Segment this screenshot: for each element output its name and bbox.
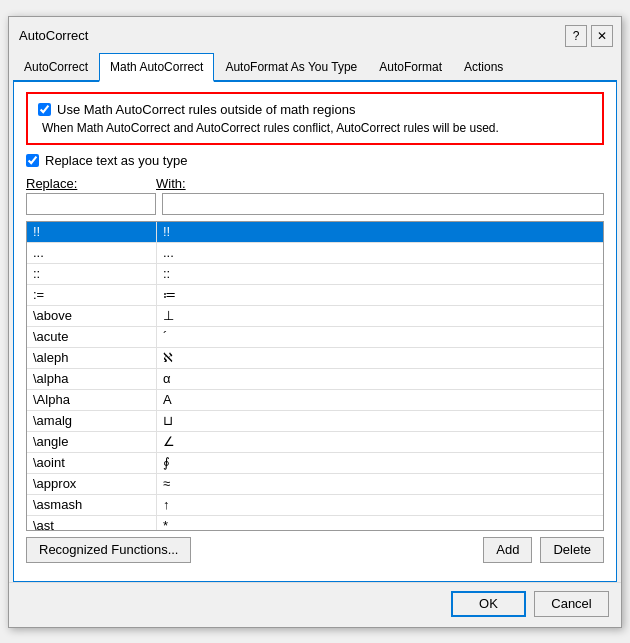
tab-content: Use Math AutoCorrect rules outside of ma… [13, 82, 617, 582]
footer: OK Cancel [9, 582, 621, 627]
highlight-note: When Math AutoCorrect and AutoCorrect ru… [38, 121, 592, 135]
replace-table-scroll[interactable]: !!!!......:::::=≔\above⊥\acute´\alephℵ\a… [27, 222, 603, 530]
ok-button[interactable]: OK [451, 591, 526, 617]
table-row[interactable]: \amalg⊔ [27, 411, 603, 432]
table-row[interactable]: !!!! [27, 222, 603, 243]
table-row[interactable]: \approx≈ [27, 474, 603, 495]
with-cell: ⊥ [157, 306, 603, 327]
with-cell: ℵ [157, 348, 603, 369]
replace-input[interactable] [26, 193, 156, 215]
replace-cell: \aleph [27, 348, 157, 369]
replace-header: Replace: [26, 176, 156, 191]
with-cell: α [157, 369, 603, 390]
table-row[interactable]: :=≔ [27, 285, 603, 306]
table-row[interactable]: \alephℵ [27, 348, 603, 369]
add-button[interactable]: Add [483, 537, 532, 563]
table-row[interactable]: ...... [27, 243, 603, 264]
with-cell: ... [157, 243, 603, 264]
table-row[interactable]: \above⊥ [27, 306, 603, 327]
replace-cell: := [27, 285, 157, 306]
help-button[interactable]: ? [565, 25, 587, 47]
table-row[interactable]: \ast* [27, 516, 603, 530]
column-headers: Replace: With: [26, 176, 604, 191]
table-row[interactable]: \alphaα [27, 369, 603, 390]
table-row[interactable]: \acute´ [27, 327, 603, 348]
replace-cell: \asmash [27, 495, 157, 516]
with-cell: :: [157, 264, 603, 285]
table-row[interactable]: \asmash↑ [27, 495, 603, 516]
replace-table-container: !!!!......:::::=≔\above⊥\acute´\alephℵ\a… [26, 221, 604, 531]
tabs: AutoCorrect Math AutoCorrect AutoFormat … [13, 53, 617, 82]
cancel-button[interactable]: Cancel [534, 591, 609, 617]
replace-text-checkbox[interactable] [26, 154, 39, 167]
table-row[interactable]: :::: [27, 264, 603, 285]
replace-cell: ... [27, 243, 157, 264]
use-math-autocorrect-checkbox[interactable] [38, 103, 51, 116]
tab-math-autocorrect[interactable]: Math AutoCorrect [99, 53, 214, 82]
replace-text-row: Replace text as you type [26, 153, 604, 168]
delete-button[interactable]: Delete [540, 537, 604, 563]
replace-cell: \angle [27, 432, 157, 453]
replace-cell: \aoint [27, 453, 157, 474]
replace-table: !!!!......:::::=≔\above⊥\acute´\alephℵ\a… [27, 222, 603, 530]
replace-cell: \acute [27, 327, 157, 348]
with-cell: ↑ [157, 495, 603, 516]
close-button[interactable]: ✕ [591, 25, 613, 47]
replace-cell: !! [27, 222, 157, 243]
tab-autoformat[interactable]: AutoFormat [368, 53, 453, 80]
with-cell: ≔ [157, 285, 603, 306]
with-cell: ´ [157, 327, 603, 348]
tab-autoformat-as-you-type[interactable]: AutoFormat As You Type [214, 53, 368, 80]
with-cell: A [157, 390, 603, 411]
title-bar: AutoCorrect ? ✕ [9, 17, 621, 49]
title-bar-buttons: ? ✕ [565, 25, 613, 47]
with-cell: * [157, 516, 603, 530]
replace-cell: \approx [27, 474, 157, 495]
action-buttons-row: Recognized Functions... Add Delete [26, 537, 604, 563]
use-math-autocorrect-label: Use Math AutoCorrect rules outside of ma… [57, 102, 355, 117]
with-cell: ∮ [157, 453, 603, 474]
replace-cell: :: [27, 264, 157, 285]
with-header: With: [156, 176, 186, 191]
autocorrect-dialog: AutoCorrect ? ✕ AutoCorrect Math AutoCor… [8, 16, 622, 628]
replace-cell: \Alpha [27, 390, 157, 411]
recognized-functions-button[interactable]: Recognized Functions... [26, 537, 191, 563]
tab-autocorrect[interactable]: AutoCorrect [13, 53, 99, 80]
tab-actions[interactable]: Actions [453, 53, 514, 80]
with-cell: ∠ [157, 432, 603, 453]
table-row[interactable]: \aoint∮ [27, 453, 603, 474]
highlight-box: Use Math AutoCorrect rules outside of ma… [26, 92, 604, 145]
input-row [26, 193, 604, 215]
replace-cell: \above [27, 306, 157, 327]
with-input[interactable] [162, 193, 604, 215]
table-row[interactable]: \AlphaA [27, 390, 603, 411]
replace-cell: \alpha [27, 369, 157, 390]
with-cell: ≈ [157, 474, 603, 495]
replace-cell: \amalg [27, 411, 157, 432]
table-row[interactable]: \angle∠ [27, 432, 603, 453]
with-cell: !! [157, 222, 603, 243]
with-cell: ⊔ [157, 411, 603, 432]
dialog-title: AutoCorrect [19, 28, 88, 43]
replace-text-label: Replace text as you type [45, 153, 187, 168]
use-math-autocorrect-row: Use Math AutoCorrect rules outside of ma… [38, 102, 592, 117]
replace-cell: \ast [27, 516, 157, 530]
